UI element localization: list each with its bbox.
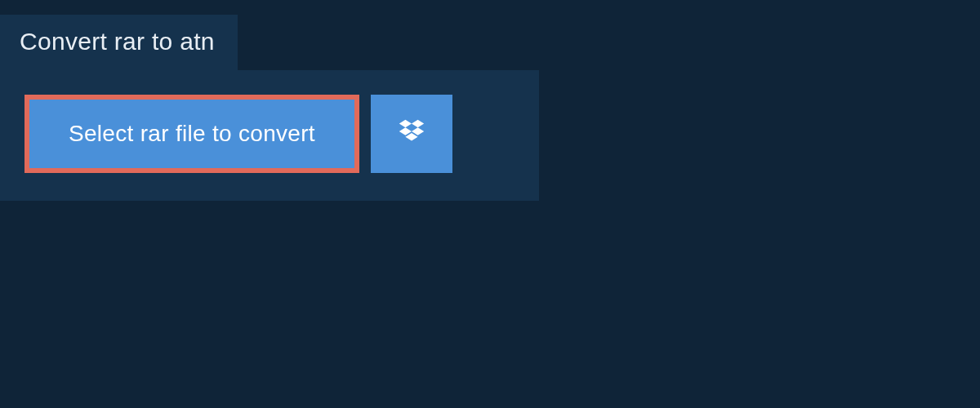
button-row: Select rar file to convert <box>24 95 514 173</box>
svg-marker-1 <box>412 120 424 128</box>
select-file-button-label: Select rar file to convert <box>69 121 315 147</box>
dropbox-icon <box>396 117 427 151</box>
dropbox-button[interactable] <box>371 95 452 173</box>
tab-bar: Convert rar to atn <box>0 0 980 70</box>
svg-marker-0 <box>399 120 412 128</box>
select-file-button[interactable]: Select rar file to convert <box>24 95 359 173</box>
tab-title: Convert rar to atn <box>20 28 215 55</box>
tab-convert[interactable]: Convert rar to atn <box>0 15 238 70</box>
convert-panel: Select rar file to convert <box>0 70 539 201</box>
